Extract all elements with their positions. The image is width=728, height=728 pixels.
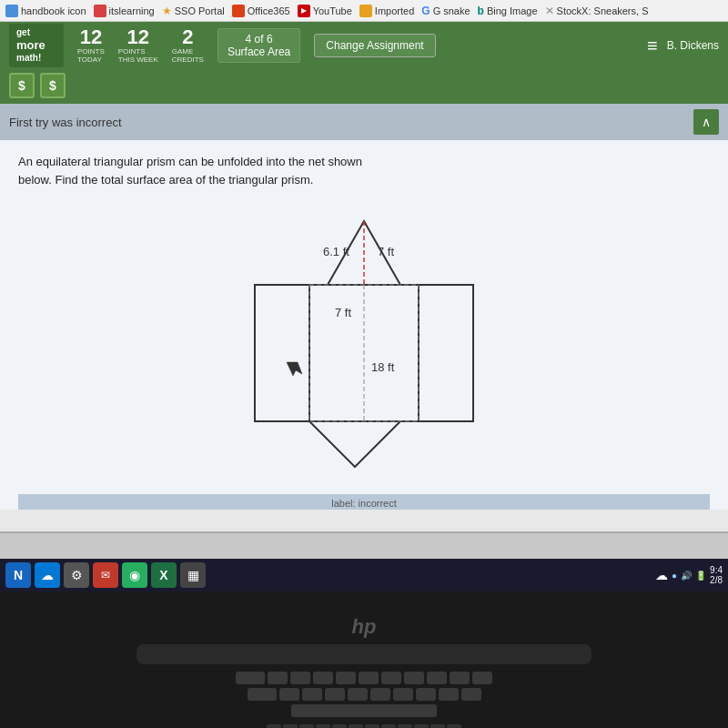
key-f[interactable] [348,688,368,701]
logo-more: more [16,38,56,53]
dollar-button-2[interactable]: $ [40,73,66,98]
answer-bar: label: incorrect [18,494,710,510]
app-logo: get more math! [9,24,64,67]
outlook-icon: ✉ [101,569,110,581]
key-a[interactable] [279,688,299,701]
hp-logo: hp [352,615,377,639]
key-l[interactable] [461,688,481,701]
points-week-value: 12 [127,27,149,47]
bookmark-snake[interactable]: G G snake [421,5,470,17]
key-tab[interactable] [236,672,265,684]
key-t[interactable] [359,672,379,684]
taskbar-icon-excel[interactable]: X [151,562,177,588]
fn-key-9[interactable] [398,724,412,728]
bookmark-bing[interactable]: b Bing Image [478,5,538,17]
bookmark-bing-label: Bing Image [487,5,538,16]
notification-icon: ● [672,571,677,581]
fn-key-1[interactable] [267,724,281,728]
taskbar-icon-edge[interactable]: ☁ [35,562,60,588]
bookmark-youtube[interactable]: ▶ YouTube [298,5,352,17]
points-today-stat: 12 POINTSTODAY [77,27,105,64]
fn-key-6[interactable] [349,724,363,728]
fn-key-2[interactable] [283,724,298,728]
points-week-stat: 12 POINTSTHIS WEEK [118,27,158,64]
game-credits-value: 2 [182,27,193,47]
dollar-button-1[interactable]: $ [9,73,35,98]
key-y[interactable] [381,672,401,684]
fn-key-11[interactable] [430,724,445,728]
key-d[interactable] [325,688,345,701]
hamburger-menu-icon[interactable]: ≡ [647,35,658,56]
taskbar-icon-n[interactable]: N [5,562,31,588]
svg-marker-12 [287,362,302,376]
change-assignment-button[interactable]: Change Assignment [314,34,435,57]
key-w[interactable] [290,672,310,684]
app-header: get more math! 12 POINTSTODAY 12 POINTST… [0,22,728,69]
taskbar: N ☁ ⚙ ✉ ◉ X ▦ ☁ ● 🔊 🔋 9:4 2/8 [0,559,728,592]
keyboard-top-bar [136,644,592,664]
edge-icon: ☁ [41,568,54,582]
key-h[interactable] [393,688,413,701]
bookmark-itslearning[interactable]: itslearning [94,5,155,17]
fn-bar [267,724,461,728]
points-today-label: POINTSTODAY [77,47,105,64]
svg-text:18 ft: 18 ft [371,360,395,374]
key-j[interactable] [416,688,436,701]
fn-key-7[interactable] [365,724,379,728]
key-g[interactable] [370,688,390,701]
key-r[interactable] [336,672,356,684]
key-caps[interactable] [248,688,277,701]
bookmark-handbook[interactable]: handbook icon [5,5,86,17]
assignment-position-box: 4 of 6 Surface Area [217,28,300,63]
taskbar-icon-chrome[interactable]: ◉ [122,562,147,588]
assignment-topic: Surface Area [228,46,290,58]
key-p[interactable] [472,672,492,684]
chevron-up-icon: ∧ [702,115,711,129]
bookmark-imported[interactable]: Imported [359,5,414,17]
key-i[interactable] [427,672,447,684]
app-container: get more math! 12 POINTSTODAY 12 POINTST… [0,22,728,510]
fn-key-10[interactable] [414,724,429,728]
bookmark-stockx-label: StockX: Sneakers, S [557,5,649,16]
net-diagram: 6.1 ft 7 ft 7 ft 18 ft [237,203,491,494]
cloud-icon: ☁ [655,568,668,582]
taskbar-icon-settings[interactable]: ⚙ [64,562,89,588]
key-k[interactable] [439,688,459,701]
sub-header: $ $ [0,69,728,104]
bookmark-itslearning-label: itslearning [109,5,155,16]
taskbar-icon-outlook[interactable]: ✉ [93,562,118,588]
key-q[interactable] [268,672,288,684]
fn-key-3[interactable] [299,724,314,728]
game-credits-stat: 2 GAMECREDITS [172,27,204,64]
svg-rect-6 [419,285,473,421]
taskbar-icon-file[interactable]: ▦ [180,562,206,588]
keyboard-area: hp [0,592,728,728]
points-today-value: 12 [80,27,102,47]
bookmark-office365[interactable]: Office365 [232,5,290,17]
bookmark-stockx[interactable]: ✕ StockX: Sneakers, S [545,5,649,17]
key-o[interactable] [450,672,470,684]
question-area: An equilateral triangular prism can be u… [0,140,728,510]
fn-key-4[interactable] [316,724,330,728]
bookmark-snake-label: G snake [433,5,470,16]
screen-area: get more math! 12 POINTSTODAY 12 POINTST… [0,22,728,531]
clock: 9:4 2/8 [710,565,723,585]
bookmark-sso-label: SSO Portal [175,5,225,16]
bookmark-youtube-label: YouTube [313,5,352,16]
key-e[interactable] [313,672,333,684]
file-icon: ▦ [187,568,199,582]
key-s[interactable] [302,688,322,701]
key-space[interactable] [291,704,437,717]
imported-favicon [359,5,372,17]
collapse-button[interactable]: ∧ [693,109,719,135]
bing-icon: b [478,5,484,17]
fn-key-12[interactable] [447,724,461,728]
fn-key-8[interactable] [381,724,396,728]
fn-key-5[interactable] [332,724,347,728]
star-icon: ★ [162,5,172,17]
svg-text:7 ft: 7 ft [335,306,351,319]
bookmark-sso[interactable]: ★ SSO Portal [162,5,225,17]
key-u[interactable] [404,672,424,684]
keyboard-row-1 [236,672,492,684]
keyboard-row-3 [291,704,437,717]
